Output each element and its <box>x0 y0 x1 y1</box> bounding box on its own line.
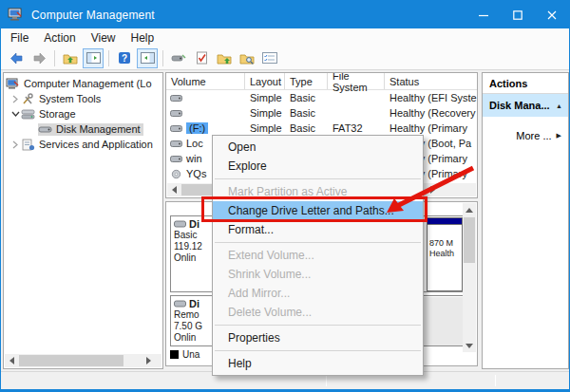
statusbar-divider <box>495 375 496 386</box>
volume-name: win <box>186 153 202 164</box>
find-icon[interactable] <box>237 48 257 68</box>
menu-view[interactable]: View <box>84 31 124 45</box>
menu-item-shrink-volume: Shrink Volume... <box>213 265 423 284</box>
chevron-right-icon[interactable] <box>10 93 21 104</box>
export-list-icon[interactable] <box>191 48 212 68</box>
chevron-down-icon[interactable] <box>10 108 21 120</box>
unallocated-color-swatch <box>170 350 179 359</box>
close-button[interactable] <box>535 1 569 28</box>
show-action-pane-icon[interactable] <box>137 48 158 68</box>
tree-item-services-applications[interactable]: Services and Application <box>4 137 162 152</box>
scroll-left-icon[interactable] <box>167 183 180 196</box>
cd-drive-icon <box>170 169 182 179</box>
load-folder-icon[interactable] <box>214 48 235 68</box>
column-type[interactable]: Type <box>285 73 328 89</box>
drive-icon <box>170 155 182 163</box>
volume-list-header: Volume Layout Type File System Status <box>166 73 477 90</box>
column-status[interactable]: Status <box>385 73 477 89</box>
menu-item-format[interactable]: Format... <box>213 220 423 239</box>
tree-item-system-tools[interactable]: System Tools <box>4 91 162 106</box>
disk-icon <box>38 123 52 136</box>
partition-status: Health <box>429 249 462 259</box>
menu-separator <box>215 350 421 351</box>
disk-icon <box>174 300 186 308</box>
actions-title: Actions <box>483 73 568 94</box>
volume-layout: Simple <box>245 122 285 134</box>
chevron-right-icon[interactable] <box>10 139 21 150</box>
drive-icon <box>170 94 182 103</box>
app-icon <box>8 8 24 22</box>
tree-item-label: System Tools <box>39 93 101 104</box>
back-arrow-icon[interactable] <box>6 48 27 68</box>
volume-row[interactable]: Simple Basic Healthy (Recovery <box>166 105 477 121</box>
statusbar-divider <box>326 375 327 386</box>
tree-item-label: Services and Application <box>39 139 153 150</box>
scroll-down-icon[interactable] <box>463 339 476 352</box>
actions-more[interactable]: More ... ▶ <box>483 126 568 145</box>
scroll-up-icon[interactable] <box>463 203 476 216</box>
disk0-name: Di <box>189 218 200 230</box>
menu-item-help[interactable]: Help <box>213 354 423 373</box>
titlebar: Computer Management <box>1 1 569 28</box>
tree-item-label: Disk Management <box>56 123 141 135</box>
tree-item-label: Computer Management (Lo <box>24 78 152 89</box>
drive-icon <box>170 124 182 133</box>
show-console-tree-icon[interactable] <box>83 48 104 68</box>
minimize-button[interactable] <box>466 1 501 28</box>
volume-type: Basic <box>285 107 328 119</box>
menu-separator <box>215 178 421 179</box>
partition-block[interactable]: 870 M Health <box>427 217 463 291</box>
tree-item-computer-management[interactable]: Computer Management (Lo <box>4 76 162 91</box>
actions-disk-management[interactable]: Disk Mana... ▲ <box>483 94 568 117</box>
partition-color-strip <box>428 218 462 225</box>
tree-item-storage[interactable]: Storage <box>4 106 162 121</box>
up-folder-icon[interactable] <box>60 48 81 68</box>
volume-row[interactable]: Simple Basic Healthy (EFI Syste <box>166 90 477 105</box>
scrollbar-thumb[interactable] <box>464 217 475 263</box>
console-tree-pane: Computer Management (Lo System Tools Sto <box>3 72 163 369</box>
scrollbar-thumb[interactable] <box>19 355 124 366</box>
menu-item-open[interactable]: Open <box>213 138 423 157</box>
expand-right-icon[interactable]: ▶ <box>557 132 561 140</box>
volume-status: Healthy (Primary <box>385 122 477 134</box>
properties-panel-icon[interactable] <box>259 48 280 68</box>
column-file-system[interactable]: File System <box>328 73 385 89</box>
legend-label: Una <box>182 349 200 360</box>
menu-help[interactable]: Help <box>124 31 162 45</box>
volume-name: YQs <box>186 168 206 179</box>
scrollbar-thumb[interactable] <box>181 184 213 196</box>
graph-vertical-scrollbar[interactable] <box>463 203 476 352</box>
menu-separator <box>215 242 421 243</box>
volume-name: (F:) <box>186 122 208 134</box>
menu-item-extend-volume: Extend Volume... <box>213 246 423 265</box>
disk-icon <box>174 220 186 228</box>
toolbar: ? <box>1 47 569 70</box>
forward-arrow-icon[interactable] <box>28 48 49 68</box>
column-volume[interactable]: Volume <box>166 73 245 89</box>
column-layout[interactable]: Layout <box>245 73 285 89</box>
menubar: File Action View Help <box>1 28 569 47</box>
window-title: Computer Management <box>31 9 155 22</box>
collapse-icon[interactable]: ▲ <box>556 103 562 109</box>
tree-horizontal-scrollbar[interactable] <box>5 354 162 367</box>
menu-file[interactable]: File <box>3 31 36 45</box>
help-icon[interactable]: ? <box>114 48 135 68</box>
toolbar-separator <box>162 50 163 66</box>
tree-selection: Disk Management <box>38 123 143 136</box>
actions-pane: Actions Disk Mana... ▲ More ... ▶ <box>482 72 569 369</box>
maximize-button[interactable] <box>501 1 535 28</box>
menu-action[interactable]: Action <box>36 31 83 45</box>
menu-item-properties[interactable]: Properties <box>213 328 423 347</box>
svg-text:?: ? <box>122 53 127 64</box>
scroll-right-icon[interactable] <box>142 354 155 367</box>
volume-status: Healthy (Recovery <box>385 107 477 119</box>
drive-icon <box>170 109 182 118</box>
tree-item-disk-management[interactable]: Disk Management <box>4 121 162 137</box>
rescan-disks-icon[interactable] <box>168 48 189 68</box>
actions-more-label: More ... <box>516 130 551 141</box>
disk1-name: Di <box>189 298 200 309</box>
volume-row-selected[interactable]: (F:) Simple Basic FAT32 Healthy (Primary <box>166 121 477 136</box>
scroll-right-icon[interactable] <box>426 183 439 196</box>
scroll-left-icon[interactable] <box>5 354 18 367</box>
menu-item-explore[interactable]: Explore <box>213 157 423 176</box>
